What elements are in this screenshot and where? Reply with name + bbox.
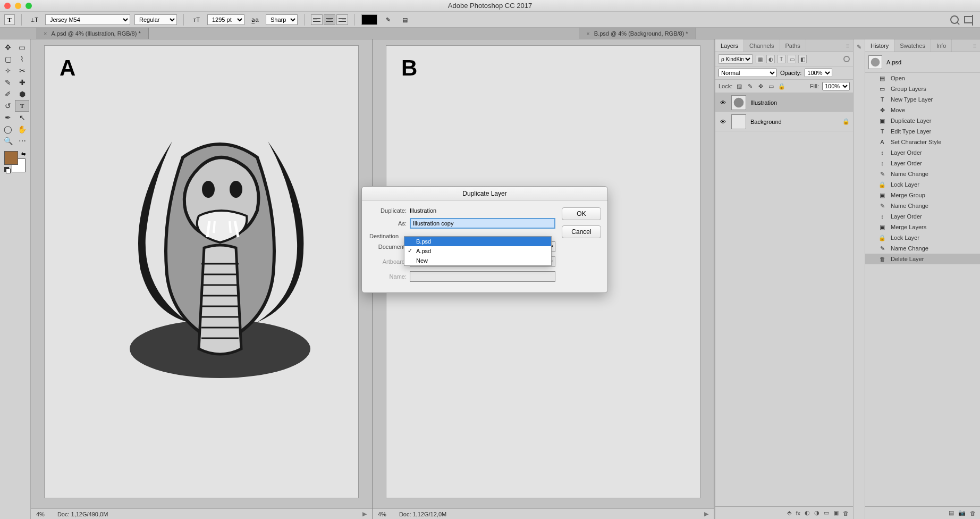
- swap-colors-icon[interactable]: ⇆: [21, 151, 26, 157]
- doc-tab-a[interactable]: ×A.psd @ 4% (Illustration, RGB/8) *: [36, 28, 149, 39]
- filter-type-icon[interactable]: T: [777, 55, 785, 63]
- history-item[interactable]: TNew Type Layer: [865, 94, 980, 105]
- antialias-select[interactable]: Sharp: [266, 14, 298, 25]
- history-brush-mark-icon[interactable]: ✎: [855, 43, 864, 51]
- doc-tab-b[interactable]: ×B.psd @ 4% (Background, RGB/8) *: [579, 28, 696, 39]
- snapshot-thumb[interactable]: [868, 55, 882, 69]
- history-item[interactable]: ✥Move: [865, 105, 980, 115]
- mask-icon[interactable]: ◐: [805, 509, 810, 516]
- tab-channels[interactable]: Channels: [744, 39, 780, 52]
- fill-select[interactable]: 100%: [822, 82, 850, 90]
- history-brush-tool-icon[interactable]: ↺: [1, 100, 15, 112]
- history-item[interactable]: ASet Character Style: [865, 137, 980, 147]
- dropdown-option-new[interactable]: New: [404, 256, 551, 265]
- dropdown-option-bpsd[interactable]: B.psd: [404, 237, 551, 246]
- align-right-icon[interactable]: [336, 14, 348, 25]
- stamp-tool-icon[interactable]: ⬢: [15, 88, 30, 100]
- filter-smart-icon[interactable]: ◧: [798, 55, 807, 63]
- tab-paths[interactable]: Paths: [780, 39, 806, 52]
- align-center-icon[interactable]: [324, 14, 335, 25]
- hand-tool-icon[interactable]: ✋: [15, 123, 30, 135]
- tab-info[interactable]: Info: [931, 39, 952, 52]
- path-select-tool-icon[interactable]: ↖: [15, 112, 30, 123]
- fx-icon[interactable]: fx: [796, 510, 800, 516]
- tab-swatches[interactable]: Swatches: [894, 39, 931, 52]
- text-orientation-icon[interactable]: ⟂T: [28, 14, 41, 26]
- opacity-select[interactable]: 100%: [805, 69, 832, 77]
- history-item[interactable]: ↕Layer Order: [865, 158, 980, 169]
- crop-tool-icon[interactable]: ✂: [15, 65, 30, 77]
- history-item[interactable]: ✎Name Change: [865, 169, 980, 179]
- close-tab-icon[interactable]: ×: [44, 30, 47, 37]
- workspace-icon[interactable]: [964, 16, 975, 23]
- filter-pixel-icon[interactable]: ▦: [756, 55, 764, 63]
- minimize-window-icon[interactable]: [15, 3, 21, 9]
- font-size-select[interactable]: 1295 pt: [207, 14, 244, 25]
- visibility-icon[interactable]: 👁: [719, 99, 727, 106]
- ok-button[interactable]: OK: [562, 207, 601, 220]
- history-item[interactable]: ▣Duplicate Layer: [865, 115, 980, 126]
- history-item[interactable]: TEdit Type Layer: [865, 126, 980, 137]
- status-arrow-icon[interactable]: ▶: [362, 510, 367, 517]
- edit-toolbar-icon[interactable]: ⋯: [15, 135, 30, 147]
- warp-text-icon[interactable]: ✎: [382, 14, 394, 26]
- panel-menu-icon[interactable]: ≡: [842, 39, 853, 52]
- search-icon[interactable]: [950, 15, 959, 24]
- history-item[interactable]: 🗑Delete Layer: [865, 254, 980, 264]
- layer-illustration[interactable]: 👁 Illustration: [715, 93, 853, 112]
- lock-icon[interactable]: 🔒: [842, 118, 850, 125]
- blend-mode-select[interactable]: Normal: [719, 69, 777, 77]
- lock-artboard-icon[interactable]: ▭: [767, 82, 775, 90]
- pen-tool-icon[interactable]: ✒: [1, 112, 15, 123]
- lock-paint-icon[interactable]: ✎: [746, 82, 754, 90]
- dropdown-option-apsd[interactable]: ✓A.psd: [404, 246, 551, 256]
- history-item[interactable]: ↕Layer Order: [865, 147, 980, 158]
- history-item[interactable]: ▭Group Layers: [865, 83, 980, 94]
- history-item[interactable]: 🔒Lock Layer: [865, 232, 980, 243]
- zoom-level[interactable]: 4%: [36, 511, 45, 517]
- panel-menu-icon[interactable]: ≡: [969, 39, 980, 52]
- as-input[interactable]: [410, 218, 555, 229]
- layer-background[interactable]: 👁 Background 🔒: [715, 112, 853, 131]
- lock-all-icon[interactable]: 🔒: [778, 82, 785, 90]
- filter-toggle-icon[interactable]: [843, 56, 850, 62]
- font-family-select[interactable]: Jersey M54: [45, 14, 130, 25]
- tab-history[interactable]: History: [865, 39, 894, 52]
- lock-transparency-icon[interactable]: ▨: [736, 82, 743, 90]
- layer-name[interactable]: Illustration: [750, 99, 777, 106]
- layer-thumb[interactable]: [731, 95, 746, 110]
- move-tool-icon[interactable]: ✥: [1, 41, 15, 53]
- history-item[interactable]: ✎Name Change: [865, 200, 980, 211]
- doc-info[interactable]: Doc: 1,12G/490,0M: [57, 511, 108, 517]
- doc-info[interactable]: Doc: 1,12G/12,0M: [399, 511, 446, 517]
- close-window-icon[interactable]: [4, 3, 11, 9]
- page-a[interactable]: A: [45, 46, 358, 498]
- lock-position-icon[interactable]: ✥: [757, 82, 764, 90]
- snapshot-icon[interactable]: 📷: [958, 509, 966, 516]
- history-item[interactable]: 🔒Lock Layer: [865, 179, 980, 190]
- history-item[interactable]: ✎Name Change: [865, 243, 980, 254]
- adjustment-icon[interactable]: ◑: [814, 509, 820, 516]
- document-view-a[interactable]: A: [31, 39, 373, 519]
- new-doc-icon[interactable]: ▤: [949, 509, 954, 516]
- filter-kind-select[interactable]: ρ KindKind: [719, 54, 753, 64]
- align-left-icon[interactable]: [311, 14, 323, 25]
- character-panel-icon[interactable]: ▤: [399, 14, 411, 26]
- artboard-tool-icon[interactable]: ▭: [15, 41, 30, 53]
- status-arrow-icon[interactable]: ▶: [704, 510, 708, 517]
- type-tool-indicator[interactable]: T: [4, 14, 15, 25]
- zoom-tool-icon[interactable]: 🔍: [1, 135, 15, 147]
- type-tool-icon[interactable]: T: [15, 100, 29, 112]
- brush-tool-icon[interactable]: ✐: [1, 88, 15, 100]
- wand-tool-icon[interactable]: ✧: [1, 65, 15, 77]
- trash-icon[interactable]: 🗑: [970, 510, 976, 516]
- eyedropper-tool-icon[interactable]: ✎: [1, 77, 15, 88]
- foreground-color[interactable]: [4, 151, 18, 165]
- filter-adjust-icon[interactable]: ◐: [766, 55, 775, 63]
- trash-icon[interactable]: 🗑: [843, 510, 849, 516]
- snapshot-name[interactable]: A.psd: [886, 59, 901, 65]
- zoom-level[interactable]: 4%: [378, 511, 386, 517]
- healing-tool-icon[interactable]: ✚: [15, 77, 30, 88]
- zoom-window-icon[interactable]: [26, 3, 32, 9]
- layer-thumb[interactable]: [731, 114, 746, 129]
